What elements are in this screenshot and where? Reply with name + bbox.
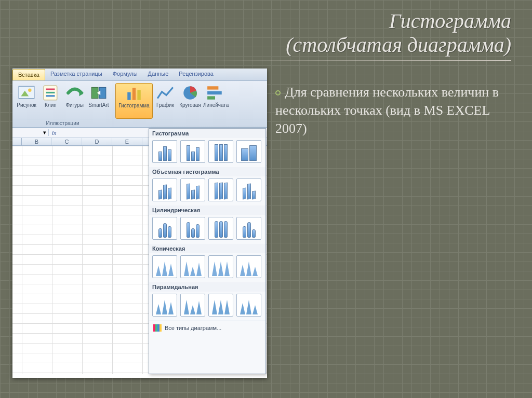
svg-rect-0: [19, 86, 34, 98]
chart-option[interactable]: [208, 217, 233, 240]
gallery-section-pyramid: Пирамидальная: [149, 282, 265, 292]
gallery-row: [149, 253, 265, 282]
column-header-d[interactable]: D: [82, 138, 112, 145]
chart-option[interactable]: [236, 294, 261, 317]
clip-icon: [42, 84, 59, 102]
all-charts-icon: [153, 324, 162, 332]
tab-page-layout[interactable]: Разметка страницы: [45, 68, 108, 80]
chart-option[interactable]: [152, 140, 177, 163]
svg-rect-17: [207, 96, 215, 99]
gallery-section-3d: Объемная гистограмма: [149, 167, 265, 176]
chart-option[interactable]: [152, 255, 177, 278]
line-chart-icon: [156, 84, 174, 102]
select-all-corner[interactable]: [12, 138, 22, 145]
group-illustrations-label: Иллюстрации: [12, 119, 113, 127]
line-chart-button[interactable]: График: [153, 83, 178, 119]
shapes-button[interactable]: Фигуры: [63, 83, 87, 119]
picture-label: Рисунок: [15, 103, 38, 108]
chart-option[interactable]: [180, 294, 205, 317]
title-underline: [197, 60, 511, 61]
gallery-row: [149, 138, 265, 167]
chart-option[interactable]: [236, 140, 261, 163]
shapes-label: Фигуры: [63, 103, 86, 108]
excel-screenshot: Вставка Разметка страницы Формулы Данные…: [12, 68, 267, 378]
histogram-button[interactable]: Гистограмма: [115, 83, 153, 119]
smartart-button[interactable]: SmartArt: [87, 83, 111, 119]
chart-type-gallery: Гистограмма Объемная гистограмма Цилиндр…: [149, 128, 266, 374]
gallery-section-cone: Коническая: [149, 244, 265, 253]
gallery-section-cylinder: Цилиндрическая: [149, 205, 265, 215]
title-line-2: (столбчатая диаграмма): [286, 33, 511, 57]
slide-title: Гистограмма (столбчатая диаграмма): [197, 9, 511, 61]
chart-option[interactable]: [236, 255, 261, 278]
picture-icon: [18, 84, 35, 102]
chart-option[interactable]: [152, 179, 177, 201]
ribbon-groups: Рисунок Клип Фигуры SmartArt Иллюстрации: [12, 81, 267, 128]
bar-chart-button[interactable]: Линейчата: [203, 83, 228, 119]
picture-button[interactable]: Рисунок: [15, 83, 38, 119]
tab-formulas[interactable]: Формулы: [108, 68, 143, 80]
svg-rect-4: [46, 89, 55, 90]
pie-chart-button[interactable]: Круговая: [178, 83, 203, 119]
svg-rect-5: [46, 92, 55, 93]
svg-rect-6: [46, 95, 55, 97]
all-chart-types-label: Все типы диаграмм...: [165, 325, 221, 331]
chevron-down-icon: ▾: [43, 129, 46, 136]
column-header-e[interactable]: E: [112, 138, 142, 145]
svg-rect-15: [207, 86, 218, 89]
chart-option[interactable]: [208, 179, 233, 201]
gallery-row: [149, 292, 265, 321]
chart-option[interactable]: [180, 179, 205, 201]
svg-point-2: [28, 89, 31, 92]
tab-insert[interactable]: Вставка: [12, 69, 45, 80]
pie-chart-icon: [181, 84, 199, 102]
chart-option[interactable]: [236, 179, 261, 201]
chart-option[interactable]: [180, 140, 205, 163]
chart-option[interactable]: [236, 217, 261, 240]
pie-chart-label: Круговая: [178, 103, 202, 108]
gallery-section-histogram: Гистограмма: [149, 129, 265, 138]
name-box[interactable]: ▾: [12, 129, 49, 136]
bar-chart-label: Линейчата: [203, 103, 227, 108]
slide-bullet: Для сравнения нескольких величин в неско…: [275, 83, 511, 138]
bar-chart-icon: [206, 84, 224, 102]
bullet-marker-icon: [275, 90, 281, 95]
chart-option[interactable]: [208, 255, 233, 278]
svg-rect-12: [132, 88, 136, 100]
clip-button[interactable]: Клип: [38, 83, 62, 119]
gallery-row: [149, 176, 265, 205]
clip-label: Клип: [39, 103, 62, 108]
column-header-b[interactable]: B: [22, 138, 52, 145]
svg-rect-16: [207, 91, 222, 94]
chart-option[interactable]: [208, 140, 233, 163]
group-charts-label: [113, 119, 267, 127]
chart-option[interactable]: [152, 217, 177, 240]
histogram-label: Гистограмма: [116, 103, 152, 109]
shapes-icon: [66, 84, 84, 102]
gallery-row: [149, 215, 265, 244]
title-line-1: Гистограмма: [389, 9, 511, 33]
smartart-label: SmartArt: [87, 103, 110, 108]
chart-option[interactable]: [180, 217, 205, 240]
chart-option[interactable]: [180, 255, 205, 278]
column-chart-icon: [125, 85, 143, 102]
smartart-icon: [90, 84, 108, 102]
all-chart-types-button[interactable]: Все типы диаграмм...: [149, 321, 265, 335]
chart-option[interactable]: [152, 294, 177, 317]
fx-icon[interactable]: fx: [49, 130, 60, 136]
chart-option[interactable]: [208, 294, 233, 317]
group-charts: Гистограмма График Круговая Линейчата: [113, 81, 267, 127]
svg-rect-13: [137, 90, 140, 100]
tab-data[interactable]: Данные: [143, 68, 174, 80]
column-header-c[interactable]: C: [52, 138, 82, 145]
tab-review[interactable]: Рецензирова: [174, 68, 219, 80]
bullet-text-content: Для сравнения нескольких величин в неско…: [275, 85, 499, 136]
group-illustrations: Рисунок Клип Фигуры SmartArt Иллюстрации: [12, 81, 113, 127]
svg-rect-11: [127, 92, 130, 100]
ribbon-tabs: Вставка Разметка страницы Формулы Данные…: [12, 68, 267, 81]
line-chart-label: График: [153, 103, 177, 108]
